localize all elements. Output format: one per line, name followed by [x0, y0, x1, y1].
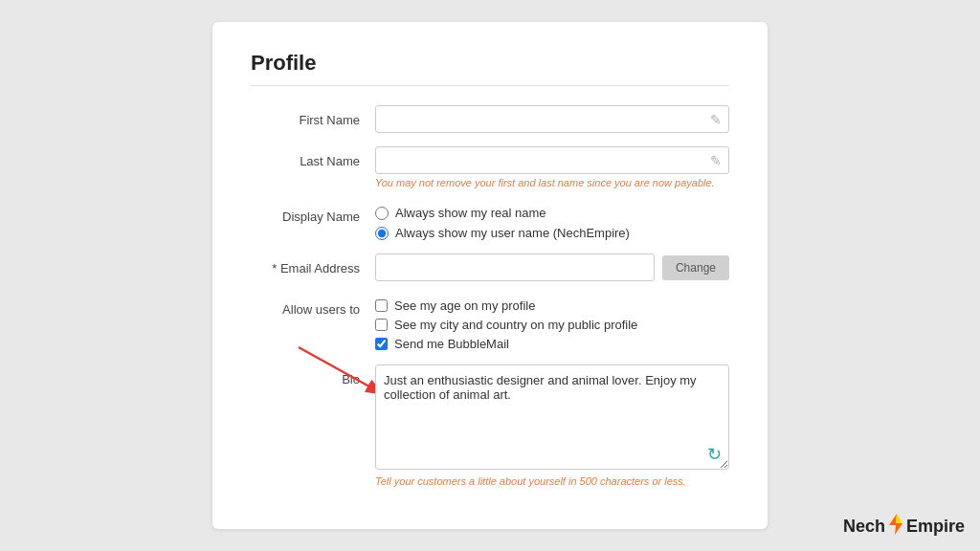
radio-username-label: Always show my user name (NechEmpire): [395, 226, 630, 240]
checkbox-city[interactable]: See my city and country on my public pro…: [375, 318, 729, 332]
display-name-row: Display Name Always show my real name Al…: [251, 202, 729, 240]
radio-real-name-label: Always show my real name: [395, 206, 546, 220]
checkbox-bubblemail[interactable]: Send me BubbleMail: [375, 337, 729, 351]
checkbox-age-input[interactable]: [375, 299, 388, 312]
refresh-icon: ↻: [707, 444, 722, 465]
last-name-row: Last Name ✎ You may not remove your firs…: [251, 146, 729, 188]
edit-icon: ✎: [710, 112, 722, 127]
last-name-hint: You may not remove your first and last n…: [375, 177, 729, 188]
bolt-svg: [887, 514, 904, 535]
email-input[interactable]: [375, 253, 655, 281]
bio-row: Bio Just an enthusiastic designer and an…: [251, 364, 729, 487]
email-row: * Email Address Change: [251, 253, 729, 281]
bio-label: Bio: [251, 364, 375, 386]
allow-users-row: Allow users to See my age on my profile …: [251, 295, 729, 351]
allow-users-checkbox-group: See my age on my profile See my city and…: [375, 295, 729, 351]
last-name-label: Last Name: [251, 146, 375, 168]
checkbox-bubblemail-input[interactable]: [375, 338, 388, 350]
checkbox-city-input[interactable]: [375, 319, 388, 331]
email-input-row: Change: [375, 253, 729, 281]
email-change-button[interactable]: Change: [662, 255, 729, 280]
bio-wrap: Just an enthusiastic designer and animal…: [375, 364, 729, 487]
email-label: * Email Address: [251, 253, 375, 276]
allow-users-wrap: See my age on my profile See my city and…: [375, 295, 729, 351]
email-wrap: Change: [375, 253, 729, 281]
watermark-nech: Nech: [843, 517, 885, 537]
display-name-radio-group: Always show my real name Always show my …: [375, 202, 729, 240]
display-name-wrap: Always show my real name Always show my …: [375, 202, 729, 240]
watermark-empire: Empire: [906, 517, 965, 537]
bio-textarea-wrap: Just an enthusiastic designer and animal…: [375, 364, 729, 473]
radio-real-name[interactable]: Always show my real name: [375, 206, 729, 220]
checkbox-age-label: See my age on my profile: [394, 298, 535, 313]
svg-marker-3: [896, 514, 902, 523]
page-title: Profile: [251, 51, 729, 86]
display-name-label: Display Name: [251, 202, 375, 224]
allow-users-label: Allow users to: [251, 295, 375, 317]
checkbox-city-label: See my city and country on my public pro…: [394, 318, 637, 332]
checkbox-bubblemail-label: Send me BubbleMail: [394, 337, 509, 351]
bio-textarea[interactable]: Just an enthusiastic designer and animal…: [375, 364, 729, 470]
radio-username-input[interactable]: [375, 227, 389, 240]
last-name-input-wrap: ✎: [375, 146, 729, 174]
edit-icon-2: ✎: [710, 153, 722, 168]
last-name-input[interactable]: [375, 146, 729, 174]
bio-hint: Tell your customers a little about yours…: [375, 475, 729, 487]
radio-username[interactable]: Always show my user name (NechEmpire): [375, 226, 729, 240]
first-name-input[interactable]: [375, 105, 729, 133]
radio-real-name-input[interactable]: [375, 207, 389, 220]
last-name-wrap: ✎ You may not remove your first and last…: [375, 146, 729, 188]
watermark-bolt-icon: [887, 514, 904, 540]
first-name-input-wrap: ✎: [375, 105, 729, 133]
svg-marker-2: [889, 514, 902, 535]
first-name-wrap: ✎: [375, 105, 729, 133]
first-name-label: First Name: [251, 105, 375, 127]
watermark: Nech Empire: [843, 514, 965, 540]
first-name-row: First Name ✎: [251, 105, 729, 133]
checkbox-age[interactable]: See my age on my profile: [375, 298, 729, 313]
